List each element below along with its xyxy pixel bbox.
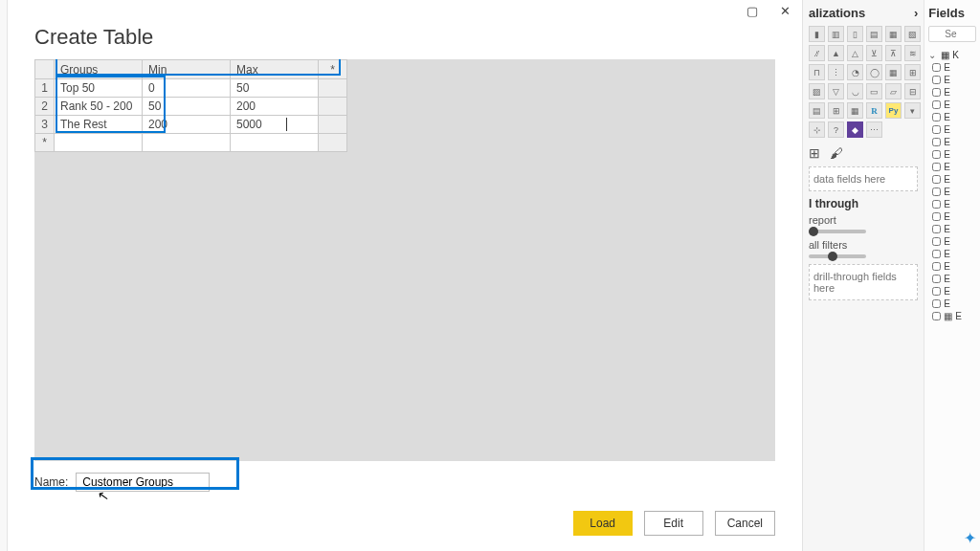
field-checkbox[interactable] <box>932 299 941 308</box>
clustered-column-icon[interactable]: ▤ <box>866 26 882 42</box>
field-checkbox[interactable] <box>932 88 941 97</box>
area-chart-icon[interactable]: ▲ <box>828 45 844 61</box>
stacked-area-icon[interactable]: △ <box>847 45 863 61</box>
key-influencers-icon[interactable]: ▾ <box>904 102 921 119</box>
field-item[interactable]: E <box>928 298 976 309</box>
field-item[interactable]: E <box>928 286 976 297</box>
field-item[interactable]: E <box>928 274 976 284</box>
decomp-tree-icon[interactable]: ⊹ <box>809 121 825 138</box>
cell-max[interactable]: 200 <box>231 98 319 116</box>
field-checkbox[interactable] <box>932 63 941 72</box>
stacked-bar-icon[interactable]: ▮ <box>809 26 825 42</box>
field-item[interactable]: E <box>928 137 976 147</box>
field-checkbox[interactable] <box>932 150 941 159</box>
table-icon[interactable]: ⊞ <box>828 102 844 119</box>
field-item[interactable]: E <box>928 62 976 73</box>
format-brush-icon[interactable]: 🖌 <box>830 145 843 161</box>
r-visual-icon[interactable]: R <box>866 102 882 119</box>
col-header-add[interactable]: * <box>319 60 347 79</box>
field-item[interactable]: ▦E <box>928 311 976 321</box>
help-icon[interactable]: ✦ <box>964 529 976 547</box>
field-item[interactable]: E <box>928 149 976 160</box>
cell-max[interactable]: 50 <box>231 79 319 98</box>
field-item[interactable]: E <box>928 236 976 247</box>
field-checkbox[interactable] <box>932 200 941 209</box>
field-item[interactable]: E <box>928 87 976 98</box>
field-item[interactable]: E <box>928 249 976 259</box>
field-item[interactable]: E <box>928 199 976 209</box>
collapse-chevron-icon[interactable]: › <box>914 6 918 20</box>
table-row[interactable]: 3 The Rest 200 5000 <box>35 116 347 134</box>
values-drop-area[interactable]: data fields here <box>809 166 918 191</box>
qa-icon[interactable]: ? <box>828 121 844 138</box>
stacked-100-column-icon[interactable]: ▧ <box>904 26 921 42</box>
cell-max-editing[interactable]: 5000 <box>231 116 319 134</box>
cell-groups[interactable]: The Rest <box>55 116 143 134</box>
cell-empty[interactable] <box>231 134 319 152</box>
multi-card-icon[interactable]: ▱ <box>885 83 902 99</box>
donut-icon[interactable]: ◯ <box>866 64 882 80</box>
field-checkbox[interactable] <box>932 237 941 246</box>
table-row-new[interactable]: * <box>35 134 347 152</box>
fields-search-input[interactable] <box>928 26 976 42</box>
table-name-input[interactable] <box>76 473 210 492</box>
field-checkbox[interactable] <box>932 76 941 84</box>
table-row[interactable]: 2 Rank 50 - 200 50 200 <box>35 98 347 116</box>
clustered-bar-icon[interactable]: ▥ <box>828 26 844 42</box>
field-checkbox[interactable] <box>932 163 941 171</box>
waterfall-icon[interactable]: ⊓ <box>809 64 825 80</box>
drillthrough-drop-area[interactable]: drill-through fields here <box>809 264 918 300</box>
field-item[interactable]: E <box>928 112 976 122</box>
matrix-icon[interactable]: ▦ <box>847 102 863 119</box>
field-checkbox[interactable] <box>932 287 941 296</box>
powerapps-icon[interactable]: ◆ <box>847 121 863 138</box>
map-icon[interactable]: ⊞ <box>904 64 921 80</box>
ribbon-icon[interactable]: ≋ <box>904 45 921 61</box>
stacked-100-bar-icon[interactable]: ▦ <box>885 26 902 42</box>
import-visual-icon[interactable]: ⋯ <box>866 121 882 138</box>
table-node[interactable]: ⌄ ▦ K <box>928 50 976 60</box>
kpi-icon[interactable]: ⊟ <box>904 83 921 99</box>
load-button[interactable]: Load <box>573 511 633 536</box>
field-checkbox[interactable] <box>932 125 941 134</box>
treemap-icon[interactable]: ▦ <box>885 64 902 80</box>
field-checkbox[interactable] <box>932 138 941 146</box>
funnel-icon[interactable]: ▽ <box>828 83 844 99</box>
cancel-button[interactable]: Cancel <box>715 511 775 536</box>
gauge-icon[interactable]: ◡ <box>847 83 863 99</box>
scatter-icon[interactable]: ⋮ <box>828 64 844 80</box>
fields-tab-icon[interactable]: ⊞ <box>809 145 820 161</box>
table-row[interactable]: 1 Top 50 0 50 <box>35 79 347 98</box>
field-checkbox[interactable] <box>932 187 941 196</box>
cell-min[interactable]: 0 <box>143 79 231 98</box>
field-checkbox[interactable] <box>932 113 941 121</box>
cell-min[interactable]: 50 <box>143 98 231 116</box>
field-item[interactable]: E <box>928 211 976 222</box>
stacked-column-icon[interactable]: ▯ <box>847 26 863 42</box>
field-checkbox[interactable] <box>932 100 941 109</box>
field-item[interactable]: E <box>928 75 976 85</box>
maximize-icon[interactable]: ▢ <box>739 1 766 20</box>
filled-map-icon[interactable]: ▨ <box>809 83 825 99</box>
line-chart-icon[interactable]: ⫽ <box>809 45 825 61</box>
slicer-icon[interactable]: ▤ <box>809 102 825 119</box>
field-item[interactable]: E <box>928 187 976 197</box>
field-checkbox[interactable] <box>932 212 941 221</box>
edit-button[interactable]: Edit <box>644 511 703 536</box>
col-header-groups[interactable]: Groups <box>55 60 143 79</box>
card-icon[interactable]: ▭ <box>866 83 882 99</box>
keep-filters-toggle[interactable] <box>809 254 866 258</box>
field-checkbox[interactable] <box>932 225 941 233</box>
input-table[interactable]: Groups Min Max * 1 Top 50 0 50 <box>34 59 347 152</box>
field-checkbox[interactable] <box>932 175 941 184</box>
line-column-2-icon[interactable]: ⊼ <box>885 45 902 61</box>
line-column-icon[interactable]: ⊻ <box>866 45 882 61</box>
pie-icon[interactable]: ◔ <box>847 64 863 80</box>
field-item[interactable]: E <box>928 162 976 172</box>
col-header-max[interactable]: Max <box>231 60 319 79</box>
field-checkbox[interactable] <box>932 275 941 283</box>
close-icon[interactable]: ✕ <box>771 1 798 20</box>
field-checkbox[interactable] <box>932 262 941 271</box>
cell-empty[interactable] <box>55 134 143 152</box>
field-item[interactable]: E <box>928 99 976 110</box>
